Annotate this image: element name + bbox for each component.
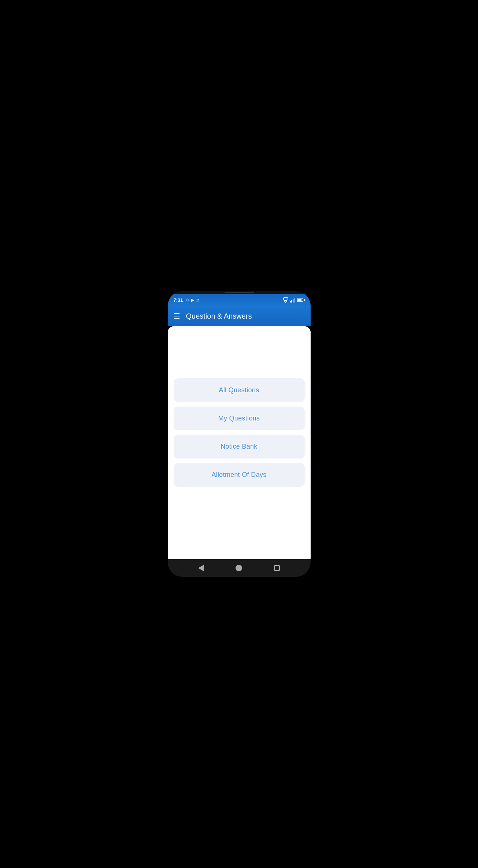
speaker-notch — [225, 292, 254, 293]
home-icon — [236, 565, 242, 571]
battery-icon — [297, 298, 305, 302]
status-right — [283, 297, 305, 303]
status-time: 7:31 — [174, 297, 183, 303]
status-icons: ⚙ ▶ 🗂 — [186, 298, 200, 303]
phone-frame: 7:31 ⚙ ▶ 🗂 — [168, 291, 311, 577]
bottom-nav — [168, 559, 311, 577]
phone-screen: 7:31 ⚙ ▶ 🗂 — [168, 294, 311, 577]
signal-bar-2 — [291, 300, 292, 303]
back-icon — [198, 565, 204, 571]
status-left: 7:31 ⚙ ▶ 🗂 — [174, 297, 200, 303]
recents-icon — [274, 565, 280, 571]
wifi-dot — [285, 302, 286, 303]
wifi-arc-medium — [284, 300, 287, 302]
signal-bar-4 — [294, 298, 295, 303]
home-button[interactable] — [234, 563, 244, 573]
phone-top-bar — [168, 291, 311, 294]
main-content: All Questions My Questions Notice Bank A… — [168, 326, 311, 559]
shield-play-icon: ▶ — [191, 298, 194, 303]
battery-body — [297, 298, 303, 302]
all-questions-button[interactable]: All Questions — [174, 378, 305, 402]
signal-icon — [290, 298, 295, 303]
toolbar-title: Question & Answers — [186, 312, 252, 320]
recents-button[interactable] — [272, 563, 282, 573]
allotment-of-days-button[interactable]: Allotment Of Days — [174, 463, 305, 487]
battery-tip — [304, 299, 305, 301]
wifi-arc-large — [283, 297, 288, 300]
wifi-icon — [283, 297, 288, 303]
status-bar: 7:31 ⚙ ▶ 🗂 — [168, 294, 311, 306]
battery-fill — [297, 299, 301, 301]
toolbar: ☰ Question & Answers — [168, 306, 311, 326]
signal-bar-3 — [293, 299, 294, 303]
settings-icon: ⚙ — [186, 298, 190, 303]
back-button[interactable] — [196, 563, 206, 573]
my-questions-button[interactable]: My Questions — [174, 407, 305, 430]
hamburger-menu-icon[interactable]: ☰ — [174, 312, 180, 320]
signal-bar-1 — [290, 301, 291, 303]
sd-card-icon: 🗂 — [196, 298, 200, 302]
notice-bank-button[interactable]: Notice Bank — [174, 435, 305, 459]
